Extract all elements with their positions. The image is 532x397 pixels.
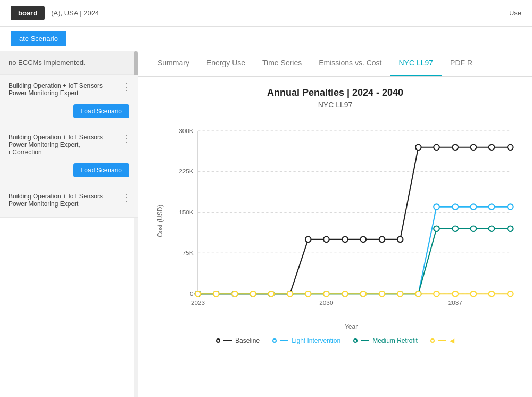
- scenario-menu-icon-2[interactable]: ⋮: [122, 133, 131, 144]
- tab-pdf-r[interactable]: PDF R: [442, 51, 481, 76]
- chart-area: Annual Penalties | 2024 - 2040 NYC LL97 …: [138, 77, 532, 397]
- svg-point-62: [287, 291, 293, 297]
- svg-point-31: [489, 144, 495, 150]
- svg-point-71: [452, 291, 458, 297]
- svg-point-70: [434, 291, 439, 297]
- svg-point-68: [397, 291, 403, 297]
- svg-point-54: [471, 226, 477, 232]
- svg-text:2037: 2037: [448, 299, 462, 306]
- app-container: board (A), USA | 2024 Use ate Scenario n…: [0, 0, 532, 397]
- legend-line-baseline: [223, 340, 232, 341]
- chart-title: Annual Penalties | 2024 - 2040: [154, 87, 516, 98]
- svg-text:75K: 75K: [182, 249, 194, 256]
- scenario-card-2: ⋮ Building Operation + IoT Sensors Power…: [0, 126, 138, 185]
- svg-point-48: [471, 204, 477, 210]
- chart-plot: .grid-line { stroke: #ccc; stroke-width:…: [164, 120, 516, 322]
- scenario-title-1: Building Operation + IoT Sensors Power M…: [9, 82, 129, 97]
- x-axis-label: Year: [186, 323, 516, 330]
- svg-point-23: [342, 237, 348, 243]
- svg-point-73: [489, 291, 495, 297]
- header: board (A), USA | 2024 Use: [0, 0, 532, 27]
- svg-point-50: [508, 204, 513, 210]
- legend-label-baseline: Baseline: [235, 337, 260, 344]
- scenario-card-1: ⋮ Building Operation + IoT Sensors Power…: [0, 75, 138, 126]
- svg-point-69: [415, 291, 421, 297]
- legend-line-yellow: [438, 340, 446, 341]
- svg-point-67: [379, 291, 385, 297]
- svg-point-30: [471, 144, 477, 150]
- legend-medium-retrofit: Medium Retrofit: [353, 337, 418, 344]
- legend-dot-light: [272, 338, 277, 343]
- right-content: Summary Energy Use Time Series Emissions…: [138, 51, 532, 397]
- svg-text:225K: 225K: [179, 168, 194, 175]
- svg-point-59: [232, 291, 238, 297]
- chart-legend: Baseline Light Intervention Medium Retro…: [154, 337, 516, 344]
- svg-point-24: [360, 237, 366, 243]
- legend-dot-baseline: [216, 338, 220, 343]
- no-eccm-label: no ECCMs implemented.: [9, 59, 86, 67]
- svg-point-47: [452, 204, 458, 210]
- scenario-card-3: ⋮ Building Operation + IoT Sensors Power…: [0, 185, 138, 218]
- tab-energy-use[interactable]: Energy Use: [198, 51, 254, 76]
- scenario-title-3: Building Operation + IoT Sensors Power M…: [9, 193, 129, 208]
- legend-yellow: ◀: [430, 337, 454, 344]
- create-scenario-button[interactable]: ate Scenario: [11, 31, 66, 46]
- svg-text:0: 0: [190, 291, 194, 297]
- svg-point-55: [489, 226, 495, 232]
- legend-line-medium: [361, 340, 369, 341]
- svg-point-64: [323, 291, 329, 297]
- dashboard-badge[interactable]: board: [11, 6, 45, 20]
- svg-point-52: [434, 226, 439, 232]
- tab-nyc-ll97[interactable]: NYC LL97: [390, 51, 442, 76]
- tabs: Summary Energy Use Time Series Emissions…: [138, 51, 532, 77]
- svg-point-56: [508, 226, 513, 232]
- header-right: Use: [509, 9, 521, 17]
- svg-point-63: [305, 291, 311, 297]
- load-scenario-button-1[interactable]: Load Scenario: [73, 104, 129, 118]
- tab-time-series[interactable]: Time Series: [254, 51, 310, 76]
- sub-header: ate Scenario: [0, 27, 532, 51]
- svg-text:300K: 300K: [179, 127, 194, 134]
- scenario-menu-icon-1[interactable]: ⋮: [122, 81, 131, 93]
- legend-dot-yellow: [430, 338, 435, 343]
- y-axis-label: Cost (USD): [154, 120, 164, 322]
- legend-dot-medium: [353, 338, 358, 343]
- svg-point-25: [379, 237, 385, 243]
- no-eccm-card: no ECCMs implemented.: [0, 51, 138, 75]
- legend-line-light: [280, 340, 288, 341]
- legend-light-intervention: Light Intervention: [272, 337, 340, 344]
- load-scenario-button-2[interactable]: Load Scenario: [73, 163, 129, 177]
- svg-point-57: [195, 291, 201, 297]
- svg-point-29: [452, 144, 458, 150]
- svg-point-28: [434, 144, 439, 150]
- legend-label-medium: Medium Retrofit: [372, 337, 418, 344]
- svg-text:150K: 150K: [179, 209, 194, 216]
- tab-summary[interactable]: Summary: [149, 51, 198, 76]
- sidebar: no ECCMs implemented. ⋮ Building Operati…: [0, 51, 138, 397]
- svg-point-32: [508, 144, 513, 150]
- svg-text:2023: 2023: [191, 299, 205, 306]
- svg-point-46: [434, 204, 439, 210]
- chart-svg: .grid-line { stroke: #ccc; stroke-width:…: [164, 120, 516, 322]
- svg-point-58: [213, 291, 219, 297]
- legend-label-yellow: ◀: [450, 337, 454, 344]
- svg-point-61: [268, 291, 274, 297]
- svg-text:2030: 2030: [319, 299, 334, 306]
- chart-subtitle: NYC LL97: [154, 101, 516, 109]
- main-layout: no ECCMs implemented. ⋮ Building Operati…: [0, 51, 532, 397]
- svg-point-27: [415, 144, 421, 150]
- tab-emissions-cost[interactable]: Emissions vs. Cost: [310, 51, 390, 76]
- scenario-title-2: Building Operation + IoT Sensors Power M…: [9, 134, 129, 156]
- scenario-menu-icon-3[interactable]: ⋮: [122, 192, 131, 203]
- svg-point-21: [305, 237, 311, 243]
- header-left: board (A), USA | 2024: [11, 6, 99, 20]
- svg-point-53: [452, 226, 458, 232]
- svg-point-65: [342, 291, 348, 297]
- svg-point-49: [489, 204, 495, 210]
- svg-point-26: [397, 237, 403, 243]
- svg-point-60: [250, 291, 256, 297]
- svg-point-22: [323, 237, 329, 243]
- chart-wrapper: Cost (USD) .grid-line { stroke: #ccc; st…: [154, 120, 516, 322]
- location-label: (A), USA | 2024: [51, 9, 99, 17]
- legend-baseline: Baseline: [216, 337, 260, 344]
